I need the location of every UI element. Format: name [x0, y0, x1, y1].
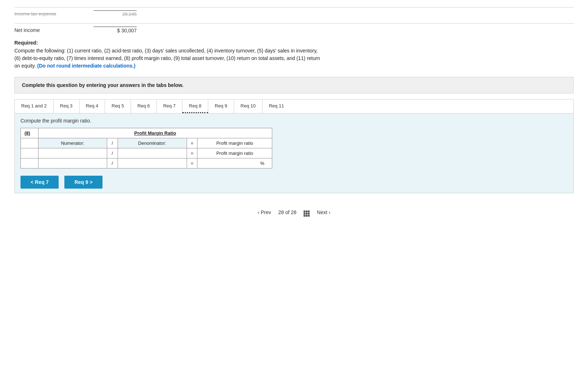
- net-income-label: Net income: [14, 27, 94, 33]
- row2-percent: %: [260, 161, 264, 166]
- row1-numerator-cell: [38, 148, 107, 158]
- required-text-3: on equity. (Do not round intermediate ca…: [14, 62, 574, 70]
- tab-content-area: Compute the profit margin ratio. (8) Pro…: [14, 114, 574, 193]
- row1-result-cell: Profit margin ratio: [197, 148, 272, 158]
- income-tax-row: Income tax expense 20,245: [14, 7, 574, 17]
- tab-req-9[interactable]: Req 9: [208, 100, 234, 113]
- title-row: (8) Profit Margin Ratio: [21, 128, 272, 138]
- row2-slash: /: [107, 158, 118, 168]
- page-wrapper: Income tax expense 20,245 Net income $ 3…: [0, 0, 588, 231]
- row1-denominator-cell: [118, 148, 187, 158]
- tab-req-5[interactable]: Req 5: [105, 100, 131, 113]
- page-info: 28 of 28: [278, 209, 297, 215]
- complete-box: Complete this question by entering your …: [14, 77, 574, 93]
- row2-denominator-cell: [118, 158, 187, 168]
- next-page-button[interactable]: Next ›: [317, 209, 330, 215]
- tab-req-8[interactable]: Req 8: [182, 100, 208, 113]
- next-chevron-icon: ›: [329, 209, 331, 215]
- row1-numerator-input[interactable]: [42, 151, 103, 156]
- next-label: Next: [317, 209, 327, 215]
- required-highlight: (Do not round intermediate calculations.…: [37, 63, 136, 69]
- tabs-container: Req 1 and 2 Req 3 Req 4 Req 5 Req 6 Req …: [14, 99, 574, 114]
- ratio-table: (8) Profit Margin Ratio Numerator: / Den…: [20, 128, 272, 168]
- row2-numerator-cell: [38, 158, 107, 168]
- prev-page-button[interactable]: ‹ Prev: [257, 209, 271, 215]
- row1-equals: =: [187, 148, 197, 158]
- tab-req-10[interactable]: Req 10: [234, 100, 263, 113]
- page-total: 28: [291, 209, 297, 215]
- row2-equals: =: [187, 158, 197, 168]
- required-title: Required:: [14, 40, 574, 46]
- data-row-2: / = %: [21, 158, 272, 168]
- prev-label: Prev: [261, 209, 271, 215]
- net-income-value: $ 30,007: [94, 27, 137, 33]
- header-result: Profit margin ratio: [197, 138, 272, 148]
- income-tax-value: 20,245: [94, 10, 137, 17]
- tab-req-7[interactable]: Req 7: [157, 100, 183, 113]
- next-req-button[interactable]: Req 9 >: [64, 176, 102, 189]
- prev-chevron-icon: ‹: [257, 209, 259, 215]
- income-tax-label: Income tax expense: [14, 11, 94, 17]
- prev-req-button[interactable]: < Req 7: [20, 176, 59, 189]
- tab-req-3[interactable]: Req 3: [54, 100, 79, 113]
- tab-req-4[interactable]: Req 4: [79, 100, 105, 113]
- tab-req-1-2[interactable]: Req 1 and 2: [15, 100, 54, 113]
- header-denominator: Denominator:: [118, 138, 187, 148]
- row-number: (8): [21, 128, 38, 138]
- row1-label: [21, 148, 38, 158]
- header-empty: [21, 138, 38, 148]
- row2-denominator-input[interactable]: [122, 161, 183, 166]
- required-text-2: (6) debt-to-equity ratio, (7) times inte…: [14, 55, 574, 62]
- bottom-nav: ‹ Prev 28 of 28 Next ›: [14, 208, 574, 217]
- row1-denominator-input[interactable]: [122, 151, 183, 156]
- row2-numerator-input[interactable]: [42, 161, 103, 166]
- grid-icon: [304, 208, 310, 217]
- header-row: Numerator: / Denominator: = Profit margi…: [21, 138, 272, 148]
- tab-req-6[interactable]: Req 6: [131, 100, 157, 113]
- nav-buttons: < Req 7 Req 9 >: [20, 176, 568, 189]
- header-numerator: Numerator:: [38, 138, 107, 148]
- header-slash: /: [107, 138, 118, 148]
- data-row-1: / = Profit margin ratio: [21, 148, 272, 158]
- page-current: 28: [278, 209, 284, 215]
- net-income-row: Net income $ 30,007: [14, 23, 574, 33]
- row2-result-cell: %: [197, 158, 272, 168]
- tab-instruction: Compute the profit margin ratio.: [20, 118, 568, 124]
- of-label: of: [285, 209, 290, 215]
- required-section: Required: Compute the following: (1) cur…: [14, 40, 574, 70]
- table-title: Profit Margin Ratio: [38, 128, 272, 138]
- row2-result-input[interactable]: [205, 161, 259, 166]
- header-equals: =: [187, 138, 197, 148]
- required-text-1: Compute the following: (1) current ratio…: [14, 47, 574, 55]
- row2-label: [21, 158, 38, 168]
- row1-slash: /: [107, 148, 118, 158]
- tab-req-11[interactable]: Req 11: [263, 100, 291, 113]
